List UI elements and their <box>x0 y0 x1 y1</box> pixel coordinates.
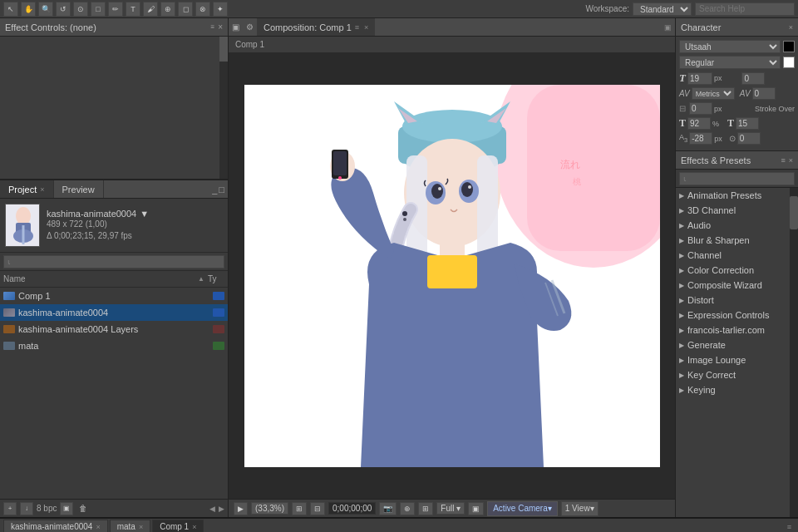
color-depth-btn[interactable]: ▣ <box>60 502 73 515</box>
kerning-dropdown[interactable]: Metrics <box>692 87 735 100</box>
tool-hand[interactable]: ✋ <box>21 2 36 17</box>
comp-settings-icon[interactable]: ⚙ <box>243 22 257 32</box>
project-tab[interactable]: Project × <box>0 180 54 198</box>
effect-category-blur-sharpen[interactable]: ▶ Blur & Sharpen <box>676 233 798 248</box>
effect-category-animation-presets[interactable]: ▶ Animation Presets <box>676 188 798 203</box>
effect-controls-close[interactable]: × <box>218 22 223 32</box>
playback-btn[interactable]: ▶ <box>234 502 248 515</box>
effects-scrollbar[interactable] <box>790 188 798 517</box>
leading-input[interactable] <box>741 72 765 85</box>
transparency-btn[interactable]: ▣ <box>468 502 484 515</box>
effect-category-audio[interactable]: ▶ Audio <box>676 218 798 233</box>
arrow-left[interactable]: ◀ <box>209 505 215 513</box>
zoom-display[interactable]: (33,3%) <box>251 502 288 515</box>
effect-category-composite-wizard[interactable]: ▶ Composite Wizard <box>676 278 798 293</box>
timeline-tab-mata[interactable]: mata × <box>110 520 151 533</box>
comp-tab-menu[interactable]: ≡ <box>355 23 359 32</box>
effects-menu-btn[interactable]: ≡ <box>781 156 785 165</box>
tool-puppet[interactable]: ✦ <box>213 2 228 17</box>
timeline-menu-btn[interactable]: ≡ <box>784 523 795 531</box>
baseline-subscript: A3 <box>679 133 687 144</box>
timeline-tab-close[interactable]: × <box>139 523 143 531</box>
time-display[interactable]: 0;00;00;00 <box>328 502 376 515</box>
panel-expand-btn[interactable]: □ <box>219 185 224 195</box>
effect-label-generate: Generate <box>687 340 726 350</box>
list-item[interactable]: kashima-animate0004 Layers <box>0 321 228 337</box>
fill-color-swatch[interactable] <box>783 41 795 52</box>
effects-presets-header: Effects & Presets ≡ × <box>676 151 798 170</box>
list-item[interactable]: Comp 1 <box>0 288 228 304</box>
effect-category-image-lounge[interactable]: ▶ Image Lounge <box>676 352 798 367</box>
stroke-color-swatch[interactable] <box>783 57 795 68</box>
effect-label-audio: Audio <box>687 220 711 230</box>
tool-cam[interactable]: ⊙ <box>73 2 88 17</box>
effect-controls-scrollbar[interactable] <box>219 37 228 179</box>
effect-category-keying[interactable]: ▶ Keying <box>676 382 798 397</box>
timeline-tab-comp1[interactable]: Comp 1 × <box>152 520 204 533</box>
effects-search-input[interactable] <box>679 172 795 185</box>
comp-expand-btn[interactable]: ▣ <box>661 23 675 32</box>
baseline-input[interactable] <box>689 132 712 145</box>
comp-tab-close[interactable]: × <box>364 23 368 32</box>
hscale-input[interactable] <box>736 117 759 130</box>
effect-category-color-correction[interactable]: ▶ Color Correction <box>676 263 798 278</box>
panel-minimize-btn[interactable]: _ <box>212 185 217 195</box>
tool-eraser[interactable]: ◻ <box>178 2 193 17</box>
breadcrumb-comp1[interactable]: Comp 1 <box>235 40 264 49</box>
preview-tab[interactable]: Preview <box>54 180 104 198</box>
new-item-btn[interactable]: + <box>3 502 17 515</box>
project-search-input[interactable] <box>3 255 224 268</box>
tool-pen[interactable]: ✏ <box>108 2 123 17</box>
tool-clone[interactable]: ⊕ <box>160 2 175 17</box>
views-btn[interactable]: 1 View ▾ <box>561 501 598 516</box>
quality-dropdown[interactable]: Full ▾ <box>436 502 465 515</box>
list-item[interactable]: mata <box>0 337 228 354</box>
effect-category-3d-channel[interactable]: ▶ 3D Channel <box>676 203 798 218</box>
indent-input[interactable] <box>689 102 712 115</box>
region-btn[interactable]: ⊟ <box>310 502 325 515</box>
rotation-input[interactable] <box>737 132 761 145</box>
font-dropdown[interactable]: Utsaah <box>679 40 781 53</box>
tool-roto[interactable]: ⊗ <box>195 2 210 17</box>
thumbnail-inner <box>6 204 39 246</box>
effect-category-expression-controls[interactable]: ▶ Expression Controls <box>676 308 798 323</box>
list-item[interactable]: kashima-animate0004 <box>0 304 228 321</box>
comp-canvas: 流れ 桃 <box>244 85 660 467</box>
effect-category-channel[interactable]: ▶ Channel <box>676 248 798 263</box>
help-search-input[interactable] <box>695 2 795 16</box>
effect-category-generate[interactable]: ▶ Generate <box>676 337 798 352</box>
vscale-input[interactable] <box>687 117 711 130</box>
comp-tab-main[interactable]: Composition: Comp 1 ≡ × <box>257 18 375 36</box>
delete-btn[interactable]: 🗑 <box>76 502 90 515</box>
fit-btn[interactable]: ⊞ <box>292 502 307 515</box>
import-btn[interactable]: ↓ <box>20 502 33 515</box>
workspace-dropdown[interactable]: Standard <box>633 2 692 16</box>
color-btn[interactable]: ⊕ <box>400 502 415 515</box>
grid-btn[interactable]: ⊞ <box>418 502 433 515</box>
project-tab-close[interactable]: × <box>40 185 44 194</box>
file-type-badge <box>213 342 224 350</box>
timeline-tab-close[interactable]: × <box>192 523 196 531</box>
font-size-input[interactable] <box>687 72 712 85</box>
tracking-input[interactable] <box>752 87 776 100</box>
tool-zoom[interactable]: 🔍 <box>38 2 53 17</box>
effect-category-key-correct[interactable]: ▶ Key Correct <box>676 367 798 382</box>
effects-presets-close[interactable]: × <box>789 156 793 165</box>
tool-rotate[interactable]: ↺ <box>56 2 71 17</box>
effect-controls-menu[interactable]: ≡ <box>210 23 214 31</box>
project-thumbnail-area: kashima-animate0004 ▼ 489 x 722 (1,00) Δ… <box>0 199 228 253</box>
effect-label-3d-channel: 3D Channel <box>687 205 736 215</box>
effect-category-francois[interactable]: ▶ francois-tarlier.com <box>676 323 798 337</box>
tool-rect[interactable]: □ <box>91 2 106 17</box>
tool-brush[interactable]: 🖌 <box>143 2 158 17</box>
tool-arrow[interactable]: ↖ <box>3 2 18 17</box>
character-panel-close[interactable]: × <box>789 23 793 32</box>
camera-icon-btn[interactable]: 📷 <box>379 502 397 515</box>
active-camera-btn[interactable]: Active Camera ▾ <box>487 501 558 516</box>
style-dropdown[interactable]: Regular <box>679 56 781 69</box>
effect-category-distort[interactable]: ▶ Distort <box>676 293 798 308</box>
arrow-right[interactable]: ▶ <box>219 505 224 513</box>
svg-text:桃: 桃 <box>573 177 581 186</box>
tool-type[interactable]: T <box>126 2 140 17</box>
col-sort-arrow[interactable]: ▲ <box>198 275 204 283</box>
